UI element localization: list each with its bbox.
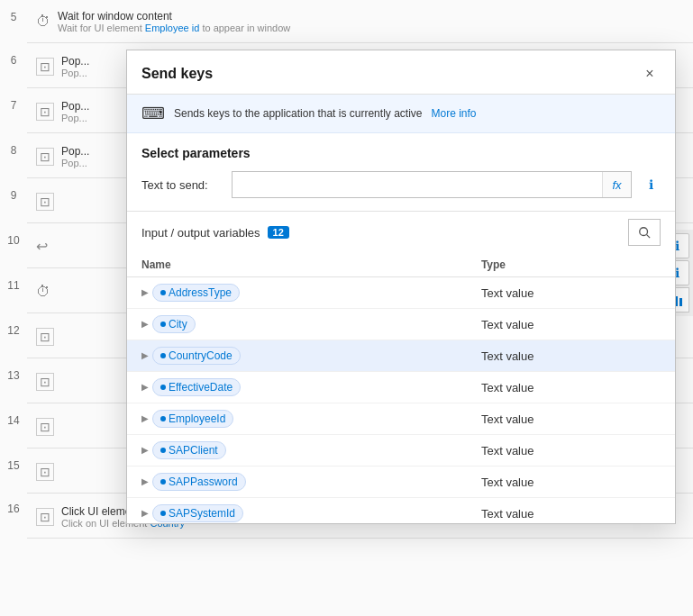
- row-expand-icon[interactable]: ▶: [141, 319, 149, 329]
- info-bar-text: Sends keys to the application that is cu…: [174, 107, 422, 120]
- var-tag[interactable]: AddressType: [152, 284, 240, 302]
- workflow-row-5[interactable]: ⏱ Wait for window content Wait for UI el…: [27, 0, 693, 43]
- vars-label-wrap: Input / output variables 12: [141, 226, 289, 240]
- row-expand-icon[interactable]: ▶: [141, 508, 149, 518]
- close-button[interactable]: ×: [639, 63, 661, 85]
- var-type-cell: Text value: [467, 498, 675, 524]
- vars-header: Input / output variables 12: [127, 211, 675, 253]
- vars-search-button[interactable]: [628, 219, 661, 246]
- var-tag[interactable]: SAPSystemId: [152, 504, 243, 522]
- var-type-cell: Text value: [467, 340, 675, 372]
- row-expand-icon[interactable]: ▶: [141, 382, 149, 392]
- var-name-cell: ▶EmployeeId: [127, 403, 467, 435]
- var-tag[interactable]: SAPClient: [152, 441, 226, 459]
- col-type-header: Type: [467, 253, 675, 277]
- var-name-cell: ▶SAPPassword: [127, 467, 467, 498]
- vars-count-badge: 12: [268, 226, 289, 239]
- dialog-body: Select parameters Text to send: fx ℹ: [127, 133, 675, 198]
- svg-rect-2: [679, 298, 682, 306]
- table-row[interactable]: ▶AddressTypeText value: [127, 277, 675, 309]
- table-row[interactable]: ▶CityText value: [127, 309, 675, 340]
- col-name-header: Name: [127, 253, 467, 277]
- var-name-cell: ▶SAPSystemId: [127, 498, 467, 524]
- var-tag-dot: [160, 385, 166, 390]
- var-type-cell: Text value: [467, 467, 675, 498]
- dialog-title: Send keys: [141, 66, 213, 82]
- row-expand-icon[interactable]: ▶: [141, 476, 149, 486]
- var-tag-dot: [160, 448, 166, 453]
- svg-point-3: [640, 228, 648, 236]
- var-tag[interactable]: City: [152, 315, 196, 333]
- var-name-cell: ▶CountryCode: [127, 340, 467, 372]
- var-tag-dot: [160, 290, 166, 295]
- more-info-link[interactable]: More info: [431, 107, 476, 120]
- row-expand-icon[interactable]: ▶: [141, 413, 149, 423]
- table-row[interactable]: ▶SAPSystemIdText value: [127, 498, 675, 524]
- param-info-icon[interactable]: ℹ: [641, 175, 661, 195]
- vars-table: Name Type ▶AddressTypeText value▶CityTex…: [127, 253, 675, 523]
- table-row[interactable]: ▶EffectiveDateText value: [127, 372, 675, 403]
- text-to-send-input[interactable]: [233, 172, 602, 197]
- var-tag[interactable]: EmployeeId: [152, 410, 233, 428]
- var-tag-dot: [160, 353, 166, 358]
- row-5-sub: Wait for UI element Employee id to appea…: [58, 23, 290, 33]
- var-name-cell: ▶City: [127, 309, 467, 340]
- table-row[interactable]: ▶CountryCodeText value: [127, 340, 675, 372]
- var-type-cell: Text value: [467, 277, 675, 309]
- var-tag[interactable]: EffectiveDate: [152, 378, 241, 396]
- var-tag[interactable]: CountryCode: [152, 347, 241, 365]
- var-tag[interactable]: SAPPassword: [152, 473, 246, 491]
- param-row-text-to-send: Text to send: fx ℹ: [141, 171, 661, 198]
- section-title: Select parameters: [141, 146, 661, 160]
- svg-line-4: [647, 235, 651, 239]
- send-keys-dialog: Send keys × ⌨ Sends keys to the applicat…: [126, 50, 676, 524]
- table-row[interactable]: ▶SAPPasswordText value: [127, 467, 675, 498]
- dialog-header: Send keys ×: [127, 50, 675, 95]
- var-name-cell: ▶SAPClient: [127, 435, 467, 467]
- var-type-cell: Text value: [467, 403, 675, 435]
- var-name-cell: ▶AddressType: [127, 277, 467, 309]
- var-type-cell: Text value: [467, 435, 675, 467]
- var-tag-dot: [160, 416, 166, 421]
- var-type-cell: Text value: [467, 372, 675, 403]
- vars-label: Input / output variables: [141, 226, 260, 240]
- fx-button[interactable]: fx: [602, 172, 631, 197]
- row-expand-icon[interactable]: ▶: [141, 287, 149, 297]
- keyboard-icon: ⌨: [141, 104, 165, 123]
- table-row[interactable]: ▶SAPClientText value: [127, 435, 675, 467]
- param-label: Text to send:: [141, 178, 223, 192]
- var-name-cell: ▶EffectiveDate: [127, 372, 467, 403]
- row-5-title: Wait for window content: [58, 10, 290, 23]
- var-tag-dot: [160, 479, 166, 485]
- var-type-cell: Text value: [467, 309, 675, 340]
- row-number-5: 5: [0, 11, 27, 23]
- row-expand-icon[interactable]: ▶: [141, 445, 149, 455]
- info-bar: ⌨ Sends keys to the application that is …: [127, 95, 675, 133]
- table-row[interactable]: ▶EmployeeIdText value: [127, 403, 675, 435]
- var-tag-dot: [160, 322, 166, 327]
- vars-table-scroll[interactable]: Name Type ▶AddressTypeText value▶CityTex…: [127, 253, 675, 523]
- text-input-wrap: fx: [232, 171, 632, 198]
- row-expand-icon[interactable]: ▶: [141, 350, 149, 360]
- var-tag-dot: [160, 511, 166, 516]
